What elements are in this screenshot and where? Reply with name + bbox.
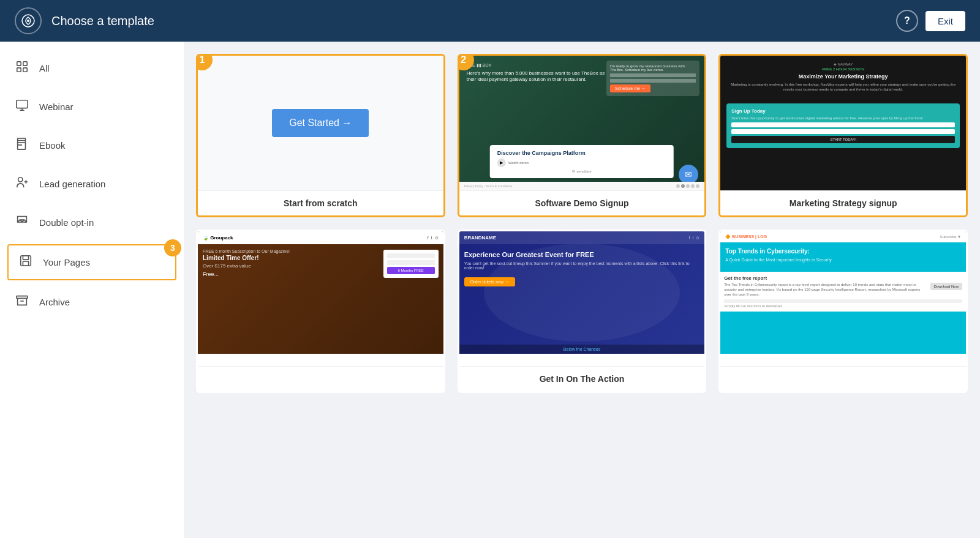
sidebar-item-webinar[interactable]: Webinar: [0, 88, 184, 126]
template-grid: 1 Get Started → Start from scratch 2 THE…: [196, 54, 968, 393]
your-pages-badge: 3: [164, 239, 181, 256]
get-started-button[interactable]: Get Started →: [272, 109, 369, 137]
template-card-event[interactable]: BRANDNAME ft⊙ Experience Our Greatest Ev…: [458, 230, 707, 393]
event-preview: BRANDNAME ft⊙ Experience Our Greatest Ev…: [459, 231, 705, 366]
svg-rect-10: [23, 261, 28, 266]
monitor-icon: [15, 99, 29, 115]
main-layout: All Webinar Ebook: [0, 42, 980, 538]
exit-button[interactable]: Exit: [925, 11, 965, 31]
sidebar-item-your-pages[interactable]: Your Pages 3: [7, 244, 176, 280]
inbox-icon: [15, 214, 29, 231]
svg-rect-1: [17, 62, 21, 65]
save-icon: [18, 254, 33, 271]
template-card-scratch[interactable]: 1 Get Started → Start from scratch: [196, 54, 445, 217]
archive-icon: [15, 294, 29, 310]
header-left: Choose a template: [15, 7, 154, 34]
card-label-software: Software Demo Signup: [459, 190, 705, 215]
svg-rect-6: [18, 138, 26, 149]
card-label-event: Get In On The Action: [459, 366, 705, 391]
template-card-cyber[interactable]: 🔶 BUSINESS | LOG Subscribe ▼ Top Trends …: [718, 230, 968, 393]
svg-rect-11: [17, 296, 28, 299]
template-grid-container: 1 Get Started → Start from scratch 2 THE…: [184, 42, 980, 538]
sidebar-label-archive: Archive: [39, 297, 70, 307]
sidebar-label-all: All: [39, 63, 50, 73]
sidebar-item-double-opt-in[interactable]: Double opt-in: [0, 203, 184, 242]
book-icon: [15, 137, 29, 154]
sidebar-item-ebook[interactable]: Ebook: [0, 126, 184, 165]
cyber-preview: 🔶 BUSINESS | LOG Subscribe ▼ Top Trends …: [720, 231, 966, 366]
sidebar-label-double-opt-in: Double opt-in: [39, 217, 94, 228]
user-plus-icon: [15, 176, 29, 192]
svg-rect-8: [21, 256, 31, 266]
sidebar-item-lead-generation[interactable]: Lead generation: [0, 165, 184, 203]
template-card-magazine[interactable]: 🍃 Groupack ft⊙ FREE 6 month Subscription…: [196, 230, 445, 393]
sidebar-label-lead-gen: Lead generation: [39, 179, 105, 189]
card-label-marketing: Marketing Strategy signup: [720, 190, 966, 215]
svg-rect-2: [23, 62, 27, 65]
svg-rect-3: [17, 68, 21, 72]
page-title: Choose a template: [51, 14, 154, 28]
software-preview: THE ▮▮ BOX Here's why more than 5,000 bu…: [459, 56, 705, 190]
template-card-software[interactable]: 2 THE ▮▮ BOX Here's why more than 5,000 …: [458, 54, 707, 217]
help-button[interactable]: ?: [896, 10, 918, 32]
grid-icon: [15, 60, 29, 77]
sidebar: All Webinar Ebook: [0, 42, 184, 538]
svg-rect-5: [17, 100, 28, 108]
card-label-cyber: [720, 366, 966, 379]
card-label-scratch: Start from scratch: [198, 190, 443, 215]
sidebar-label-ebook: Ebook: [39, 140, 66, 151]
svg-rect-9: [23, 256, 28, 260]
svg-rect-4: [23, 68, 27, 72]
sidebar-item-archive[interactable]: Archive: [0, 283, 184, 321]
sidebar-item-all[interactable]: All: [0, 49, 184, 88]
header-right: ? Exit: [896, 10, 965, 32]
logo-icon: [15, 7, 42, 34]
sidebar-label-your-pages: Your Pages: [43, 257, 90, 267]
svg-point-0: [27, 20, 29, 22]
marketing-preview: ◈ NAVWAY FREE 2 HOUR SESSION Maximize Yo…: [720, 56, 966, 190]
template-card-marketing[interactable]: ◈ NAVWAY FREE 2 HOUR SESSION Maximize Yo…: [718, 54, 968, 217]
card-label-magazine: [198, 366, 443, 379]
header: Choose a template ? Exit: [0, 0, 980, 42]
magazine-preview: 🍃 Groupack ft⊙ FREE 6 month Subscription…: [198, 231, 443, 366]
sidebar-label-webinar: Webinar: [39, 102, 74, 112]
scratch-preview: Get Started →: [198, 56, 443, 190]
svg-point-7: [18, 177, 23, 182]
